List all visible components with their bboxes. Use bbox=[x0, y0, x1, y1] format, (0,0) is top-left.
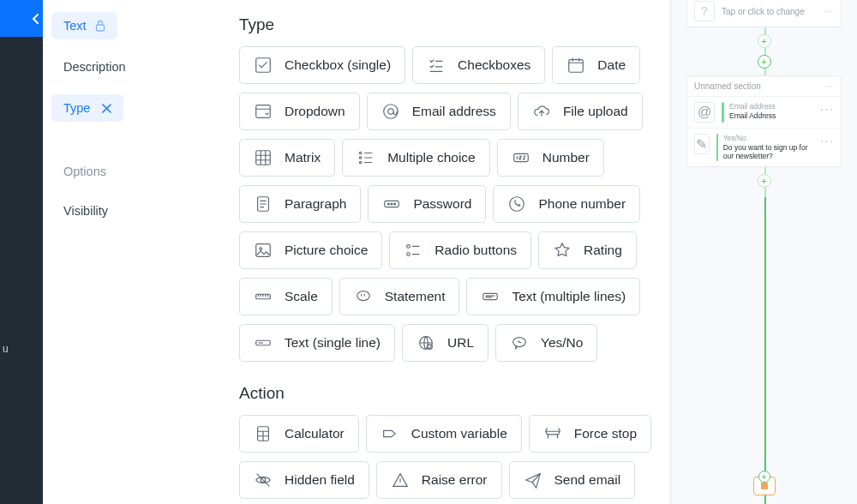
tile-label: Custom variable bbox=[411, 427, 507, 441]
tile-text-multi[interactable]: Text (multiple lines) bbox=[466, 278, 640, 315]
property-nav: Text Description Type Options Visibility bbox=[43, 0, 219, 504]
tile-checkbox-single[interactable]: Checkbox (single) bbox=[239, 46, 405, 84]
rail-letter: u bbox=[3, 343, 9, 355]
preview-section[interactable]: Unnamed section ··· @ Email address Emai… bbox=[686, 75, 842, 167]
more-icon[interactable]: ··· bbox=[824, 81, 834, 91]
nav-type[interactable]: Type bbox=[51, 94, 123, 122]
preview-question-email[interactable]: @ Email address Email Address ··· bbox=[687, 96, 841, 128]
q-type-label: Yes/No bbox=[723, 134, 820, 143]
tile-picture-choice[interactable]: Picture choice bbox=[239, 231, 382, 269]
tile-custom-variable[interactable]: Custom variable bbox=[366, 415, 522, 453]
more-icon[interactable]: ··· bbox=[824, 7, 834, 16]
tile-yesno[interactable]: Yes/No bbox=[495, 324, 597, 362]
close-icon[interactable] bbox=[102, 104, 111, 113]
tile-scale[interactable]: Scale bbox=[239, 278, 333, 315]
tile-label: Statement bbox=[385, 290, 446, 303]
eye-off-icon bbox=[254, 471, 273, 489]
tile-label: Calculator bbox=[285, 427, 345, 441]
checkbox-icon bbox=[254, 56, 273, 75]
more-icon[interactable]: ··· bbox=[820, 102, 834, 123]
tile-checkboxes[interactable]: Checkboxes bbox=[412, 46, 545, 84]
tile-raise-error[interactable]: Raise error bbox=[376, 461, 502, 499]
cloud-up-icon bbox=[532, 102, 551, 121]
tile-label: File upload bbox=[563, 105, 628, 118]
speech-icon: ✎ bbox=[694, 134, 710, 154]
tile-url[interactable]: URL bbox=[402, 324, 488, 362]
tile-label: Radio buttons bbox=[434, 243, 517, 257]
tile-label: Matrix bbox=[285, 151, 321, 165]
nav-options[interactable]: Options bbox=[51, 159, 210, 183]
tile-calculator[interactable]: Calculator bbox=[239, 415, 359, 453]
nav-visibility[interactable]: Visibility bbox=[51, 199, 210, 223]
tile-statement[interactable]: Statement bbox=[339, 278, 460, 315]
tile-label: Picture choice bbox=[285, 243, 368, 257]
tile-file-upload[interactable]: File upload bbox=[518, 93, 643, 130]
tile-multiple-choice[interactable]: Multiple choice bbox=[342, 139, 490, 177]
tile-date[interactable]: Date bbox=[552, 46, 640, 84]
preview-question-yesno[interactable]: ✎ Yes/No Do you want to sign up for our … bbox=[687, 128, 841, 166]
lock-icon bbox=[95, 20, 105, 32]
calc-icon bbox=[254, 424, 273, 443]
tile-label: Rating bbox=[584, 243, 622, 257]
paperplane-icon bbox=[524, 471, 542, 489]
at-icon bbox=[381, 102, 400, 121]
tile-label: Password bbox=[413, 197, 471, 211]
tile-matrix[interactable]: Matrix bbox=[239, 139, 335, 177]
tile-label: Checkboxes bbox=[458, 58, 530, 72]
textline-icon bbox=[254, 333, 273, 352]
tile-label: Multiple choice bbox=[387, 151, 476, 165]
tile-label: Checkbox (single) bbox=[285, 58, 391, 72]
preview-end-node[interactable]: + bbox=[753, 477, 776, 495]
add-before-end-button[interactable]: + bbox=[758, 471, 770, 483]
tile-label: Dropdown bbox=[285, 105, 345, 118]
tile-number[interactable]: Number bbox=[497, 139, 604, 177]
tile-send-email[interactable]: Send email bbox=[509, 461, 636, 499]
globe-icon bbox=[417, 333, 435, 352]
ruler-icon bbox=[254, 287, 273, 306]
tile-password[interactable]: Password bbox=[368, 185, 486, 223]
tile-label: URL bbox=[447, 336, 474, 350]
type-grid: Checkbox (single)CheckboxesDateDropdownE… bbox=[239, 46, 663, 362]
tile-radio[interactable]: Radio buttons bbox=[389, 231, 531, 269]
tile-label: Send email bbox=[554, 473, 621, 487]
tile-phone[interactable]: Phone number bbox=[493, 185, 640, 223]
tile-rating[interactable]: Rating bbox=[538, 231, 637, 269]
preview-placeholder-text: Tap or click to change bbox=[722, 7, 805, 16]
tile-label: Phone number bbox=[538, 197, 626, 211]
checklist-icon bbox=[427, 56, 446, 75]
tile-email[interactable]: Email address bbox=[367, 93, 511, 130]
nav-description[interactable]: Description bbox=[51, 55, 210, 79]
tile-label: Text (single line) bbox=[285, 336, 381, 350]
dropdown-icon bbox=[254, 102, 273, 121]
barrier-icon bbox=[543, 424, 562, 443]
tile-label: Email address bbox=[412, 105, 496, 118]
radio-icon bbox=[404, 241, 423, 260]
doc-icon bbox=[254, 195, 273, 213]
back-button[interactable] bbox=[0, 0, 43, 37]
add-block-button[interactable]: + bbox=[758, 34, 771, 48]
tile-label: Force stop bbox=[574, 427, 637, 441]
collapsed-sidebar: u bbox=[0, 0, 43, 504]
bullets-icon bbox=[357, 148, 375, 167]
preview-placeholder-card[interactable]: ? Tap or click to change ··· bbox=[686, 0, 842, 27]
warn-icon bbox=[391, 471, 410, 489]
tile-text-single[interactable]: Text (single line) bbox=[239, 324, 395, 362]
q-type-label: Email address bbox=[729, 102, 776, 111]
q-label: Email Address bbox=[729, 111, 776, 121]
tile-label: Hidden field bbox=[285, 473, 355, 487]
tile-force-stop[interactable]: Force stop bbox=[529, 415, 651, 453]
q-label: Do you want to sign up for our newslette… bbox=[723, 143, 820, 161]
calendar-icon bbox=[566, 56, 585, 75]
svg-rect-30 bbox=[96, 25, 104, 31]
more-icon[interactable]: ··· bbox=[820, 134, 834, 161]
tile-label: Paragraph bbox=[285, 197, 346, 211]
phone-icon bbox=[507, 195, 526, 213]
tile-hidden-field[interactable]: Hidden field bbox=[239, 461, 369, 499]
tile-dropdown[interactable]: Dropdown bbox=[239, 93, 360, 130]
nav-text[interactable]: Text bbox=[51, 12, 117, 39]
question-icon: ? bbox=[694, 1, 715, 21]
add-section-button[interactable]: + bbox=[758, 55, 771, 69]
add-block-button[interactable]: + bbox=[758, 174, 771, 188]
tile-paragraph[interactable]: Paragraph bbox=[239, 185, 361, 223]
tile-label: Date bbox=[597, 58, 626, 72]
